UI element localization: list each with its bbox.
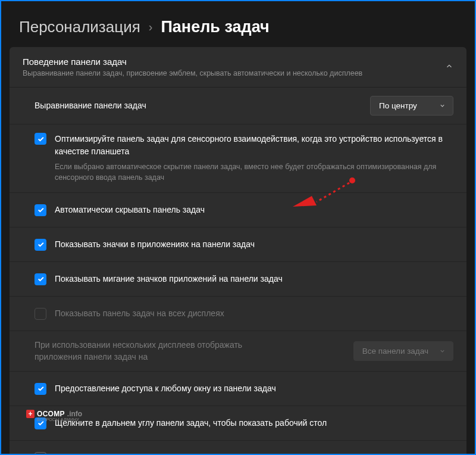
show-flashing-checkbox[interactable] [35, 273, 46, 285]
alignment-value: По центру [379, 101, 417, 110]
breadcrumb: Персонализация › Панель задач [1, 1, 475, 47]
optimize-touch-row: Оптимизируйте панель задач для сенсорног… [10, 124, 466, 193]
optimize-touch-checkbox[interactable] [35, 133, 46, 145]
watermark-sub: ВОПРОСЫ АДМИНУ [37, 417, 79, 422]
show-badges-checkbox[interactable] [35, 239, 46, 251]
alignment-label: Выравнивание панели задач [35, 100, 362, 112]
chevron-down-icon [439, 348, 446, 354]
show-flashing-label: Показывать мигание значков приложений на… [55, 273, 453, 285]
show-all-displays-checkbox [35, 308, 46, 320]
access-window-row: Предоставление доступа к любому окну из … [10, 372, 466, 406]
watermark-suffix: .info [67, 410, 82, 418]
alignment-row: Выравнивание панели задач По центру [10, 88, 466, 124]
show-seconds-row: Показывать секунды на часах на панели за… [10, 441, 466, 455]
watermark-plus-icon: + [26, 410, 35, 418]
corner-desktop-label: Щелкните в дальнем углу панели задач, чт… [55, 417, 453, 429]
show-all-displays-row: Показывать панель задач на всех дисплеях [10, 297, 466, 331]
taskbar-behavior-panel: Поведение панели задач Выравнивание пане… [10, 47, 466, 455]
access-window-label: Предоставление доступа к любому окну из … [55, 383, 453, 395]
multidisplay-label: При использовании нескольких дисплеев от… [35, 339, 284, 363]
multidisplay-value: Все панели задач [362, 347, 428, 356]
breadcrumb-separator-icon: › [149, 20, 153, 34]
auto-hide-label: Автоматически скрывать панель задач [55, 204, 453, 216]
panel-subtitle: Выравнивание панели задач, присвоение эм… [23, 69, 445, 77]
breadcrumb-parent[interactable]: Персонализация [19, 18, 140, 36]
show-seconds-label: Показывать секунды на часах на панели за… [55, 453, 453, 455]
show-all-displays-label: Показывать панель задач на всех дисплеях [55, 308, 453, 320]
show-badges-row: Показывать значки в приложениях на панел… [10, 228, 466, 262]
chevron-down-icon [439, 102, 446, 109]
panel-header[interactable]: Поведение панели задач Выравнивание пане… [10, 47, 466, 88]
watermark-name: OCOMP [37, 410, 65, 418]
access-window-checkbox[interactable] [35, 383, 46, 395]
chevron-up-icon [445, 62, 453, 73]
show-seconds-checkbox[interactable] [35, 452, 46, 455]
multidisplay-select: Все панели задач [353, 341, 453, 361]
auto-hide-row: Автоматически скрывать панель задач [10, 193, 466, 228]
breadcrumb-current: Панель задач [161, 18, 269, 36]
panel-title: Поведение панели задач [23, 57, 445, 67]
show-flashing-row: Показывать мигание значков приложений на… [10, 262, 466, 297]
optimize-touch-label: Оптимизируйте панель задач для сенсорног… [55, 133, 453, 158]
alignment-select[interactable]: По центру [370, 96, 453, 116]
optimize-touch-desc: Если выбрано автоматическое скрытие пане… [55, 161, 453, 183]
multidisplay-row: При использовании нескольких дисплеев от… [10, 331, 466, 372]
watermark: + OCOMP.info ВОПРОСЫ АДМИНУ [26, 410, 82, 418]
show-badges-label: Показывать значки в приложениях на панел… [55, 239, 453, 251]
auto-hide-checkbox[interactable] [35, 204, 46, 216]
